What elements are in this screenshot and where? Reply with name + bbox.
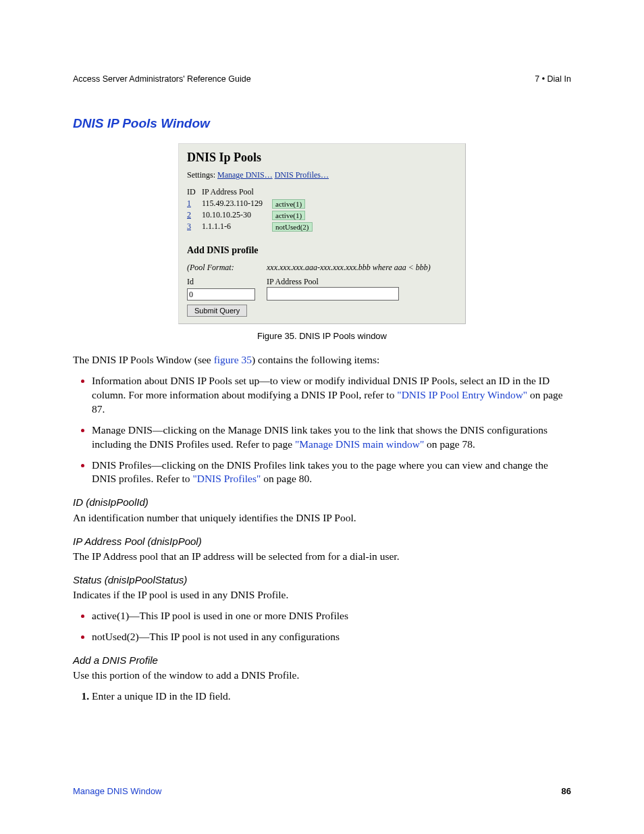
pool-input-label: IP Address Pool [267,277,319,287]
add-profile-heading: Add DNIS profile [187,245,457,256]
table-row: 3 1.1.1.1-6 notUsed(2) [187,221,457,232]
list-item: Manage DNIS—clicking on the Manage DNIS … [92,423,571,452]
pool-input[interactable] [267,287,399,301]
row-pool: 1.1.1.1-6 [202,221,268,232]
row-id-link[interactable]: 1 [187,199,198,209]
subheading-id: ID (dnisIpPoolId) [73,496,571,509]
subheading-add: Add a DNIS Profile [73,654,571,667]
figure-ref-link[interactable]: figure 35 [214,354,252,365]
page-heading: DNIS IP Pools Window [73,116,571,131]
manage-dnis-main-link[interactable]: "Manage DNIS main window" [295,438,424,450]
row-id-link[interactable]: 3 [187,221,198,232]
dnis-ip-pool-entry-link[interactable]: "DNIS IP Pool Entry Window" [397,389,527,400]
intro-pre: The DNIS IP Pools Window (see [73,354,214,365]
row-pool: 10.10.10.25-30 [202,210,268,220]
subheading-pool: IP Address Pool (dnisIpPool) [73,535,571,548]
list-item: Information about DNIS IP Pools set up—t… [92,374,571,417]
header-left: Access Server Administrators' Reference … [73,74,251,84]
row-status: notUsed(2) [272,222,313,232]
bullet-text: on page 80. [261,473,312,484]
figure-screenshot: DNIS Ip Pools Settings: Manage DNIS… DNI… [178,143,466,324]
dnis-profiles-ref-link[interactable]: "DNIS Profiles" [192,473,261,484]
table-row: 1 115.49.23.110-129 active(1) [187,199,457,209]
row-status: active(1) [272,211,305,220]
col-id-header: ID [187,187,198,197]
intro-post: ) contains the following items: [252,354,379,365]
figure-caption: Figure 35. DNIS IP Pools window [73,331,571,341]
page-number: 86 [562,786,571,796]
footer-section: Manage DNIS Window [73,786,162,796]
id-input[interactable] [187,288,255,301]
list-item: notUsed(2)—This IP pool is not used in a… [92,630,571,644]
col-pool-header: IP Address Pool [202,187,254,197]
header-right: 7 • Dial In [535,74,571,84]
subheading-status: Status (dnisIpPoolStatus) [73,573,571,587]
subtext: The IP Address pool that an IP address w… [73,550,571,564]
dnis-profiles-link[interactable]: DNIS Profiles… [275,170,329,180]
row-pool: 115.49.23.110-129 [202,199,268,209]
row-id-link[interactable]: 2 [187,210,198,220]
manage-dnis-link[interactable]: Manage DNIS… [217,170,273,180]
list-item: active(1)—This IP pool is used in one or… [92,609,571,623]
id-input-label: Id [187,277,254,287]
subtext: Indicates if the IP pool is used in any … [73,588,571,602]
pool-format-label: (Pool Format: [187,263,267,273]
pool-format-value: xxx.xxx.xxx.aaa-xxx.xxx.xxx.bbb where aa… [267,263,431,273]
settings-label: Settings: [187,170,215,180]
step-item: Enter a unique ID in the ID field. [92,689,571,704]
submit-query-button[interactable]: Submit Query [187,305,247,317]
subtext: Use this portion of the window to add a … [73,669,571,683]
bullet-text: on page 78. [424,438,475,450]
list-item: DNIS Profiles—clicking on the DNIS Profi… [92,459,571,487]
figure-title: DNIS Ip Pools [187,151,457,165]
row-status: active(1) [272,199,305,209]
table-row: 2 10.10.10.25-30 active(1) [187,210,457,220]
subtext: An identification number that uniquely i… [73,511,571,525]
bullet-text: DNIS Profiles—clicking on the DNIS Profi… [92,459,548,485]
